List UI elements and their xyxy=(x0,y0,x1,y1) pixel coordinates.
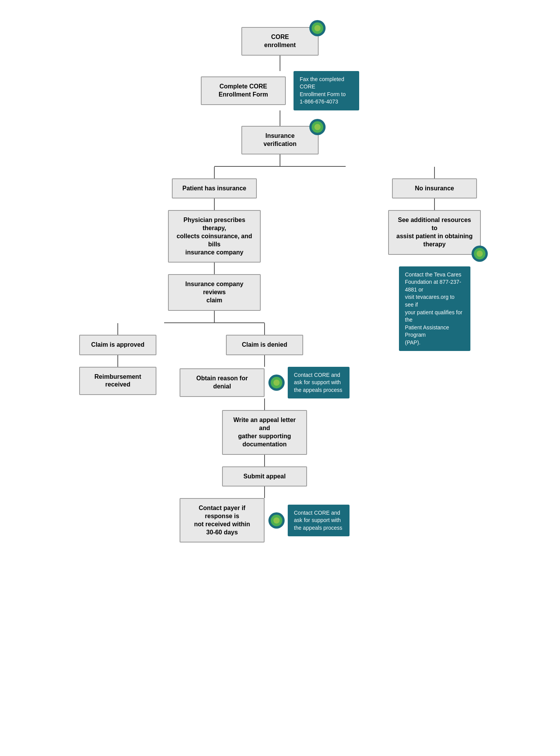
circle-icon-3 xyxy=(268,375,285,391)
core-appeals1-box: Contact CORE andask for support withthe … xyxy=(288,367,350,399)
teva-cares-box: Contact the Teva CaresFoundation at 877-… xyxy=(399,266,470,351)
core-appeals2-box: Contact CORE andask for support withthe … xyxy=(288,505,350,537)
insurance-reviews-box: Insurance company reviewsclaim xyxy=(168,274,261,310)
core-appeals1-label: Contact CORE andask for support withthe … xyxy=(294,372,342,393)
patient-has-insurance-box: Patient has insurance xyxy=(172,178,257,199)
no-insurance-label: No insurance xyxy=(415,185,454,192)
physician-box: Physician prescribes therapy,collects co… xyxy=(168,210,261,263)
submit-appeal-box: Submit appeal xyxy=(222,466,307,487)
reimbursement-box: Reimbursement received xyxy=(79,367,156,395)
obtain-reason-box: Obtain reason for denial xyxy=(180,368,265,397)
fax-info-box: Fax the completed COREEnrollment Form to… xyxy=(294,71,359,110)
teva-label: Contact the Teva CaresFoundation at 877-… xyxy=(405,271,463,346)
fax-label: Fax the completed COREEnrollment Form to… xyxy=(300,76,346,105)
complete-form-box: Complete COREEnrollment Form xyxy=(201,76,286,105)
contact-payer-box: Contact payer ifresponse isnot received … xyxy=(180,498,265,542)
contact-payer-label: Contact payer ifresponse isnot received … xyxy=(194,505,250,535)
circle-icon-4 xyxy=(268,512,285,529)
core-appeals2-label: Contact CORE andask for support withthe … xyxy=(294,510,342,531)
obtain-reason-label: Obtain reason for denial xyxy=(196,375,248,390)
insurance-verification-box: Insuranceverification xyxy=(241,126,319,154)
circle-icon-1 xyxy=(309,20,326,36)
reimbursement-label: Reimbursement received xyxy=(95,373,141,388)
no-insurance-box: No insurance xyxy=(392,178,477,199)
write-appeal-label: Write an appeal letter andgather support… xyxy=(233,417,296,447)
patient-has-insurance-label: Patient has insurance xyxy=(182,185,246,192)
write-appeal-box: Write an appeal letter andgather support… xyxy=(222,410,307,454)
core-enrollment-label: COREenrollment xyxy=(264,34,296,48)
claim-approved-label: Claim is approved xyxy=(91,341,144,348)
insurance-verification-label: Insuranceverification xyxy=(263,132,296,147)
insurance-reviews-label: Insurance company reviewsclaim xyxy=(185,281,243,303)
claim-denied-box: Claim is denied xyxy=(226,335,303,355)
see-additional-label: See additional resources toassist patien… xyxy=(396,217,472,247)
see-additional-box: See additional resources toassist patien… xyxy=(388,210,481,254)
complete-form-label: Complete COREEnrollment Form xyxy=(219,83,268,98)
circle-icon-2 xyxy=(309,119,326,135)
claim-approved-box: Claim is approved xyxy=(79,335,156,355)
core-enrollment-box: COREenrollment xyxy=(241,27,319,56)
circle-icon-5 xyxy=(472,246,488,262)
physician-label: Physician prescribes therapy,collects co… xyxy=(176,217,252,255)
claim-denied-label: Claim is denied xyxy=(242,341,287,348)
submit-appeal-label: Submit appeal xyxy=(243,473,285,480)
